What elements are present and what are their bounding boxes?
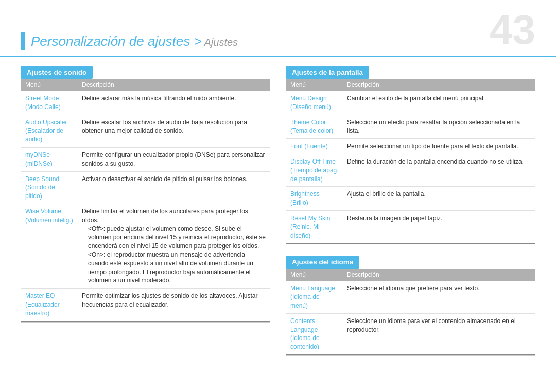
menu-wise-volume: Wise Volume (Volumen intelig.) [21, 204, 78, 288]
table-row: Font (Fuente) Permite seleccionar un tip… [286, 139, 535, 154]
wise-volume-bullet1: <Off>: puede ajustar el volumen como des… [82, 225, 266, 251]
table-header-row: Menú Descripción [286, 269, 535, 281]
menu-menu-design: Menu Design (Diseño menú) [286, 91, 343, 115]
desc-display-off-time: Define la duración de la pantalla encend… [343, 154, 535, 186]
lang-settings-table-wrapper: Menú Descripción Menu Language (Idioma d… [286, 269, 535, 356]
sound-section-title: Ajustes de sonido [21, 66, 93, 79]
lang-section-title: Ajustes del idioma [286, 256, 359, 269]
desc-brightness: Ajusta el brillo de la pantalla. [343, 187, 535, 211]
col-header-menu: Menú [286, 79, 343, 91]
main-content: Ajustes de sonido Menú Descripción Stree… [0, 66, 556, 367]
page-number: 43 [490, 9, 535, 50]
page-title: Personalización de ajustes > Ajustes [31, 33, 238, 49]
header-accent-bar [21, 32, 25, 50]
desc-contents-language: Seleccione un idioma para ver el conteni… [343, 313, 535, 355]
menu-brightness: Brightness (Brillo) [286, 187, 343, 211]
desc-menu-language: Seleccione el idioma que prefiere para v… [343, 281, 535, 313]
screen-settings-header: Ajustes de la pantalla [286, 66, 535, 79]
table-row: Reset My Skin (Reinic. Mi diseño) Restau… [286, 210, 535, 243]
desc-mydnse: Permite configurar un ecualizador propio… [78, 147, 270, 171]
title-main: Personalización de ajustes > [31, 33, 202, 49]
desc-menu-design: Cambiar el estilo de la pantalla del men… [343, 91, 535, 115]
lang-settings-header: Ajustes del idioma [286, 256, 535, 269]
menu-menu-language: Menu Language (Idioma de menú) [286, 281, 343, 313]
desc-reset-skin: Restaura la imagen de papel tapiz. [343, 210, 535, 243]
col-header-menu: Menú [286, 269, 343, 281]
table-row: Street Mode (Modo Calle) Define aclarar … [21, 91, 270, 115]
table-row: Beep Sound (Sonido de pitido) Activar o … [21, 171, 270, 204]
table-row: Menu Design (Diseño menú) Cambiar el est… [286, 91, 535, 115]
desc-audio-upscaler: Define escalar los archivos de audio de … [78, 115, 270, 147]
table-row: Master EQ (Ecualizador maestro) Permite … [21, 289, 270, 322]
table-header-row: Menú Descripción [21, 79, 270, 91]
desc-wise-volume: Define limitar el volumen de los auricul… [78, 204, 270, 288]
menu-mydnse: myDNSe (miDNSe) [21, 147, 78, 171]
page-header: Personalización de ajustes > Ajustes 43 [0, 0, 556, 57]
table-row: Brightness (Brillo) Ajusta el brillo de … [286, 187, 535, 211]
menu-beep-sound: Beep Sound (Sonido de pitido) [21, 171, 78, 204]
desc-theme-color: Seleccione un efecto para resaltar la op… [343, 115, 535, 139]
right-column: Ajustes de la pantalla Menú Descripción … [286, 66, 535, 367]
menu-master-eq: Master EQ (Ecualizador maestro) [21, 289, 78, 322]
menu-font: Font (Fuente) [286, 139, 343, 154]
desc-street-mode: Define aclarar más la música filtrando e… [78, 91, 270, 115]
table-row: Contents Language (Idioma de contenido) … [286, 313, 535, 355]
screen-settings-table-wrapper: Menú Descripción Menu Design (Diseño men… [286, 79, 535, 244]
screen-section-title: Ajustes de la pantalla [286, 66, 369, 79]
col-header-menu: Menú [21, 79, 78, 91]
menu-street-mode: Street Mode (Modo Calle) [21, 91, 78, 115]
title-sub: Ajustes [202, 37, 238, 48]
table-header-row: Menú Descripción [286, 79, 535, 91]
left-column: Ajustes de sonido Menú Descripción Stree… [21, 66, 270, 367]
table-row: Display Off Time (Tiempo de apag. de pan… [286, 154, 535, 186]
menu-display-off-time: Display Off Time (Tiempo de apag. de pan… [286, 154, 343, 186]
col-header-desc: Descripción [343, 79, 535, 91]
table-row: myDNSe (miDNSe) Permite configurar un ec… [21, 147, 270, 171]
desc-font: Permite seleccionar un tipo de fuente pa… [343, 139, 535, 154]
table-row: Menu Language (Idioma de menú) Seleccion… [286, 281, 535, 313]
col-header-desc: Descripción [78, 79, 270, 91]
menu-contents-language: Contents Language (Idioma de contenido) [286, 313, 343, 355]
wise-volume-bullet2: <On>: el reproductor muestra un mensaje … [82, 251, 266, 285]
col-header-desc: Descripción [343, 269, 535, 281]
desc-beep-sound: Activar o desactivar el sonido de pitido… [78, 171, 270, 204]
desc-master-eq: Permite optimizar los ajustes de sonido … [78, 289, 270, 322]
sound-settings-header: Ajustes de sonido [21, 66, 270, 79]
table-row: Theme Color (Tema de color) Seleccione u… [286, 115, 535, 139]
sound-settings-table: Menú Descripción Street Mode (Modo Calle… [21, 79, 270, 322]
table-row: Audio Upscaler (Escalador de audio) Defi… [21, 115, 270, 147]
screen-settings-table: Menú Descripción Menu Design (Diseño men… [286, 79, 535, 244]
lang-settings-table: Menú Descripción Menu Language (Idioma d… [286, 269, 535, 355]
menu-reset-skin: Reset My Skin (Reinic. Mi diseño) [286, 210, 343, 243]
sound-settings-table-wrapper: Menú Descripción Street Mode (Modo Calle… [21, 79, 270, 323]
menu-audio-upscaler: Audio Upscaler (Escalador de audio) [21, 115, 78, 147]
menu-theme-color: Theme Color (Tema de color) [286, 115, 343, 139]
table-row: Wise Volume (Volumen intelig.) Define li… [21, 204, 270, 288]
